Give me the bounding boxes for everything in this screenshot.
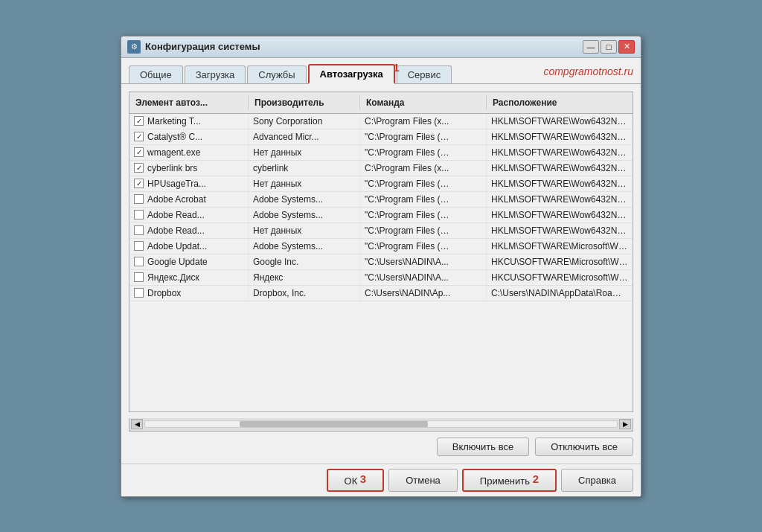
row-name: Adobe Acrobat — [147, 194, 206, 205]
apply-number: 2 — [533, 472, 539, 485]
row-location: HKLM\SOFTWARE\Wow6432Node\Micr — [487, 161, 633, 176]
row-name: Catalyst® C... — [147, 132, 202, 142]
row-name-cell: ✓cyberlink brs — [129, 161, 249, 176]
col-header-name: Элемент автоз... — [129, 95, 249, 110]
horizontal-scrollbar[interactable]: ◀ ▶ — [129, 418, 633, 432]
row-name-cell: Adobe Read... — [129, 208, 249, 222]
table-row[interactable]: Яндекс.ДискЯндекс"C:\Users\NADIN\A...HKC… — [129, 270, 633, 286]
maximize-button[interactable]: □ — [601, 40, 617, 54]
row-manufacturer: Нет данных — [249, 145, 360, 160]
row-command: "C:\Program Files (… — [360, 129, 487, 144]
main-window: ⚙ Конфигурация системы — □ ✕ Общие Загру… — [121, 36, 641, 497]
row-location: HKLM\SOFTWARE\Wow6432Node\Micr — [487, 223, 633, 238]
disable-all-button[interactable]: Отключить все — [535, 438, 633, 456]
row-name: Яндекс.Диск — [147, 272, 199, 283]
scroll-left-arrow[interactable]: ◀ — [131, 419, 143, 429]
scroll-track-h[interactable] — [144, 420, 618, 428]
row-location: HKCU\SOFTWARE\Microsoft\Windows\C — [487, 254, 633, 269]
row-location: C:\Users\NADIN\AppData\Roaming\Mic — [487, 286, 633, 301]
table-row[interactable]: ✓HPUsageTra...Нет данных"C:\Program File… — [129, 176, 633, 192]
row-name: Dropbox — [147, 288, 181, 298]
tab-general[interactable]: Общие — [129, 65, 183, 83]
row-location: HKLM\SOFTWARE\Wow6432Node\Micr — [487, 192, 633, 207]
scroll-right-arrow[interactable]: ▶ — [619, 419, 631, 429]
tab-service[interactable]: Сервис — [397, 65, 452, 83]
row-manufacturer: Adobe Systems... — [249, 192, 360, 207]
row-name-cell: Яндекс.Диск — [129, 270, 249, 285]
table-row[interactable]: ✓cyberlink brscyberlinkC:\Program Files … — [129, 161, 633, 176]
row-location: HKLM\SOFTWARE\Wow6432Node\Micr — [487, 114, 633, 129]
table-row[interactable]: ✓Marketing T...Sony CorporationC:\Progra… — [129, 114, 633, 129]
row-name: Marketing T... — [147, 116, 201, 126]
app-icon: ⚙ — [127, 40, 141, 54]
row-command: C:\Users\NADIN\Ap... — [360, 286, 487, 301]
cancel-button[interactable]: Отмена — [388, 469, 458, 492]
row-checkbox[interactable] — [134, 210, 144, 219]
row-location: HKCU\SOFTWARE\Microsoft\Windows\C — [487, 270, 633, 285]
title-bar: ⚙ Конфигурация системы — □ ✕ — [121, 36, 641, 58]
table-row[interactable]: Adobe Updat...Adobe Systems..."C:\Progra… — [129, 239, 633, 254]
table-row[interactable]: Adobe AcrobatAdobe Systems..."C:\Program… — [129, 192, 633, 208]
row-name: Google Update — [147, 257, 208, 267]
row-checkbox[interactable] — [134, 225, 144, 235]
help-button[interactable]: Справка — [561, 469, 633, 492]
row-checkbox[interactable] — [134, 272, 144, 282]
col-header-location: Расположение — [487, 95, 633, 110]
table-row[interactable]: ✓Catalyst® C...Advanced Micr..."C:\Progr… — [129, 129, 633, 145]
row-name: wmagent.exe — [147, 147, 200, 158]
row-name-cell: Adobe Acrobat — [129, 192, 249, 207]
tab-services[interactable]: Службы — [247, 65, 306, 83]
window-title: Конфигурация системы — [145, 41, 578, 52]
row-name-cell: Dropbox — [129, 286, 249, 301]
ok-number: 3 — [360, 472, 366, 485]
watermark: compgramotnost.ru — [543, 65, 633, 77]
row-name-cell: Google Update — [129, 254, 249, 269]
table-row[interactable]: Google UpdateGoogle Inc."C:\Users\NADIN\… — [129, 254, 633, 270]
row-checkbox[interactable]: ✓ — [134, 147, 144, 157]
row-command: "C:\Program Files (… — [360, 223, 487, 238]
row-checkbox[interactable] — [134, 257, 144, 266]
row-name: Adobe Read... — [147, 210, 205, 220]
close-button[interactable]: ✕ — [618, 40, 635, 54]
row-name-cell: ✓HPUsageTra... — [129, 176, 249, 191]
ok-button[interactable]: ОК 3 — [327, 469, 385, 492]
enable-all-button[interactable]: Включить все — [437, 438, 529, 456]
row-manufacturer: Adobe Systems... — [249, 208, 360, 222]
row-name-cell: ✓wmagent.exe — [129, 145, 249, 160]
tab-autostart-number: 1 — [393, 61, 399, 74]
row-manufacturer: Adobe Systems... — [249, 239, 360, 254]
apply-label: Применить — [480, 475, 530, 487]
row-name: Adobe Read... — [147, 225, 205, 236]
row-manufacturer: cyberlink — [249, 161, 360, 176]
row-command: "C:\Users\NADIN\A... — [360, 254, 487, 269]
row-manufacturer: Нет данных — [249, 223, 360, 238]
col-header-command: Команда — [360, 95, 487, 110]
table-row[interactable]: DropboxDropbox, Inc.C:\Users\NADIN\Ap...… — [129, 286, 633, 301]
table-row[interactable]: ✓wmagent.exeНет данных"C:\Program Files … — [129, 145, 633, 161]
row-checkbox[interactable] — [134, 194, 144, 204]
tab-autostart[interactable]: Автозагрузка — [308, 64, 395, 84]
tab-boot[interactable]: Загрузка — [185, 65, 246, 83]
apply-button[interactable]: Применить 2 — [462, 469, 557, 492]
row-name: HPUsageTra... — [147, 179, 206, 189]
row-command: "C:\Users\NADIN\A... — [360, 270, 487, 285]
row-checkbox[interactable] — [134, 241, 144, 251]
minimize-button[interactable]: — — [583, 40, 599, 54]
row-name-cell: Adobe Updat... — [129, 239, 249, 254]
table-body: ✓Marketing T...Sony CorporationC:\Progra… — [129, 114, 633, 411]
row-checkbox[interactable]: ✓ — [134, 132, 144, 141]
row-checkbox[interactable]: ✓ — [134, 163, 144, 173]
table-row[interactable]: Adobe Read...Нет данных"C:\Program Files… — [129, 223, 633, 239]
row-command: "C:\Program Files (… — [360, 239, 487, 254]
row-checkbox[interactable]: ✓ — [134, 179, 144, 188]
row-name-cell: ✓Catalyst® C... — [129, 129, 249, 144]
row-name: Adobe Updat... — [147, 241, 207, 251]
table-header: Элемент автоз... Производитель Команда Р… — [129, 92, 633, 114]
enable-disable-row: Включить все Отключить все — [129, 438, 633, 456]
tabs-bar: Общие Загрузка Службы Автозагрузка 1 Сер… — [121, 58, 641, 84]
row-checkbox[interactable] — [134, 288, 144, 298]
bottom-buttons: ОК 3 Отмена Применить 2 Справка — [121, 464, 641, 496]
table-row[interactable]: Adobe Read...Adobe Systems..."C:\Program… — [129, 208, 633, 223]
row-checkbox[interactable]: ✓ — [134, 116, 144, 126]
row-location: HKLM\SOFTWARE\Wow6432Node\Micr — [487, 129, 633, 144]
